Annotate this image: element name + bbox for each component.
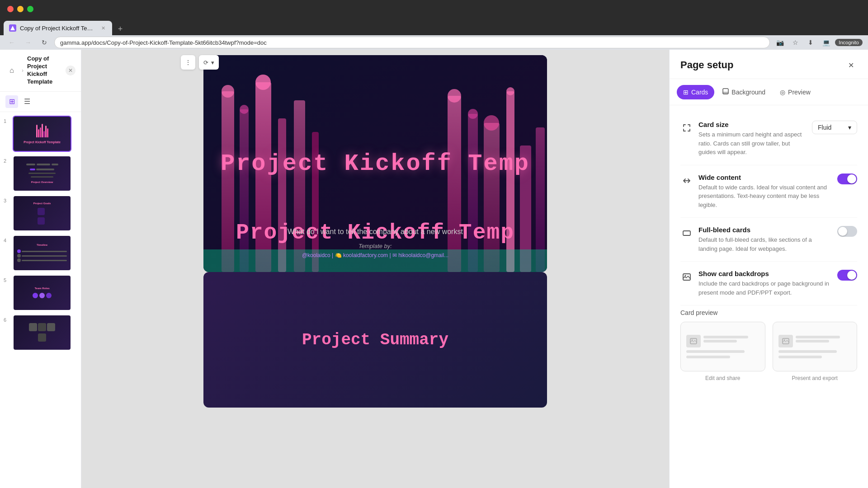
svg-point-15	[240, 105, 249, 114]
card-size-dropdown[interactable]: Fluid ▾	[812, 121, 857, 134]
show-backdrops-control[interactable]	[837, 270, 857, 281]
preview-line	[778, 350, 837, 353]
main-content: ⋮ ⟳ ▾	[81, 50, 669, 488]
slide-number-4: 4	[4, 238, 10, 243]
home-button[interactable]: ⌂	[5, 64, 18, 77]
dropdown-value: Fluid	[818, 124, 831, 131]
slide-list: 1 Project Kickoff Template	[0, 112, 81, 488]
card-preview-edit: Edit and share	[680, 322, 765, 381]
slide-canvas: Project Kickoff Temp What do I want to t…	[203, 55, 547, 408]
card-size-desc: Sets a minimum card height and aspect ra…	[698, 130, 807, 157]
tab-cards[interactable]: ⊞ Cards	[677, 85, 714, 99]
preview-line	[686, 350, 745, 353]
slide-item-6[interactable]: 6	[4, 314, 77, 351]
cards-tab-icon: ⊞	[683, 89, 689, 96]
title-bar	[0, 0, 868, 18]
cards-tab-label: Cards	[691, 89, 708, 96]
forward-button[interactable]: →	[22, 36, 34, 49]
wide-content-desc: Default to wide cards. Ideal for visual …	[698, 183, 832, 210]
slide-item-5[interactable]: 5 Team Roles	[4, 275, 77, 311]
more-options-button[interactable]: ⋮	[181, 55, 195, 70]
slide-number-6: 6	[4, 317, 10, 323]
active-tab[interactable]: Copy of Project Kickoff Templa... ✕	[4, 21, 112, 35]
layout-icon: ⟳	[203, 59, 208, 66]
preview-tab-icon: ◎	[780, 89, 785, 96]
slide-thumb-4[interactable]: Timeline	[13, 235, 71, 271]
slide-thumb-2[interactable]: Project Overview	[13, 155, 71, 192]
preview-tab-label: Preview	[788, 89, 811, 96]
slide-1-template-by: Template by:	[203, 243, 547, 249]
card-preview-edit-label: Edit and share	[705, 375, 740, 381]
slide-item-4[interactable]: 4 Timeline	[4, 235, 77, 271]
full-bleed-desc: Default to full-bleed cards, like sectio…	[698, 235, 832, 253]
slide-item-2[interactable]: 2 Project Overv	[4, 155, 77, 192]
preview-line	[778, 356, 822, 358]
svg-point-28	[692, 339, 693, 340]
preview-line	[703, 340, 737, 343]
tab-bar: Copy of Project Kickoff Templa... ✕ +	[0, 18, 868, 35]
panel-close-button[interactable]: ✕	[844, 59, 857, 71]
card-preview-present: Present and export	[773, 322, 858, 381]
wide-content-control[interactable]	[837, 174, 857, 184]
slide-card-1: Project Kickoff Temp What do I want to t…	[203, 55, 547, 272]
show-backdrops-content: Show card backdrops Include the card bac…	[698, 270, 832, 297]
tab-background[interactable]: Background	[716, 84, 772, 99]
window-minimize-button[interactable]	[17, 6, 24, 12]
layout-dropdown-icon: ▾	[211, 59, 214, 66]
full-bleed-title: Full-bleed cards	[698, 226, 832, 234]
app-layout: ⌂ › Copy of Project Kickoff Template ✕ ⊞…	[0, 50, 868, 488]
new-tab-button[interactable]: +	[114, 23, 127, 35]
wide-content-icon	[680, 174, 693, 187]
show-backdrops-title: Show card backdrops	[698, 270, 832, 277]
device-icon[interactable]: 💻	[820, 36, 832, 49]
address-bar[interactable]: gamma.app/docs/Copy-of-Project-Kickoff-T…	[54, 37, 770, 48]
slide-item-1[interactable]: 1 Project Kickoff Template	[4, 116, 77, 152]
svg-point-19	[484, 115, 499, 131]
url-display: gamma.app/docs/Copy-of-Project-Kickoff-T…	[60, 39, 764, 46]
slide-number-1: 1	[4, 118, 10, 124]
window-maximize-button[interactable]	[27, 6, 33, 12]
sidebar-close-button[interactable]: ✕	[66, 66, 75, 75]
slide-thumb-6[interactable]	[13, 314, 71, 351]
panel-body: Card size Sets a minimum card height and…	[670, 105, 868, 488]
bookmark-icon[interactable]: ☆	[789, 36, 802, 49]
card-preview-label: Card preview	[680, 309, 857, 316]
canvas-area[interactable]: Project Kickoff Temp What do I want to t…	[81, 50, 669, 488]
show-backdrops-row: Show card backdrops Include the card bac…	[680, 262, 857, 305]
card-preview-edit-thumb	[680, 322, 765, 371]
svg-rect-24	[683, 231, 690, 235]
sidebar-title: Copy of Project Kickoff Template	[27, 55, 62, 86]
reload-button[interactable]: ↻	[38, 36, 51, 49]
slide-thumb-3[interactable]: Project Goals	[13, 195, 71, 231]
full-bleed-row: Full-bleed cards Default to full-bleed c…	[680, 218, 857, 262]
card-preview-present-thumb	[773, 322, 858, 371]
list-view-button[interactable]: ☰	[21, 95, 33, 108]
tab-title: Copy of Project Kickoff Templa...	[20, 25, 96, 32]
wide-content-toggle[interactable]	[837, 174, 857, 184]
background-tab-icon	[722, 88, 729, 96]
svg-marker-0	[10, 26, 15, 30]
svg-point-17	[448, 89, 461, 103]
slide-thumb-5[interactable]: Team Roles	[13, 275, 71, 311]
slide-thumb-1[interactable]: Project Kickoff Template	[13, 116, 71, 152]
svg-point-30	[783, 339, 784, 340]
download-icon[interactable]: ⬇	[804, 36, 817, 49]
grid-view-button[interactable]: ⊞	[5, 95, 18, 108]
slide-number-5: 5	[4, 277, 10, 283]
preview-text-lines-2	[796, 336, 852, 343]
slide-number-2: 2	[4, 158, 10, 164]
window-close-button[interactable]	[7, 6, 14, 12]
back-button[interactable]: ←	[5, 36, 18, 49]
nav-bar: ← → ↻ gamma.app/docs/Copy-of-Project-Kic…	[0, 35, 868, 50]
sidebar-toolbar: ⊞ ☰	[0, 92, 81, 112]
slide-item-3[interactable]: 3 Project Goals	[4, 195, 77, 231]
layout-button[interactable]: ⟳ ▾	[199, 55, 219, 70]
tab-preview[interactable]: ◎ Preview	[774, 85, 817, 99]
full-bleed-icon	[680, 227, 693, 239]
full-bleed-toggle[interactable]	[837, 226, 857, 237]
tab-close-button[interactable]: ✕	[99, 24, 107, 32]
show-backdrops-icon	[680, 271, 693, 283]
full-bleed-control[interactable]	[837, 226, 857, 237]
tab-favicon	[9, 24, 16, 32]
show-backdrops-toggle[interactable]	[837, 270, 857, 281]
